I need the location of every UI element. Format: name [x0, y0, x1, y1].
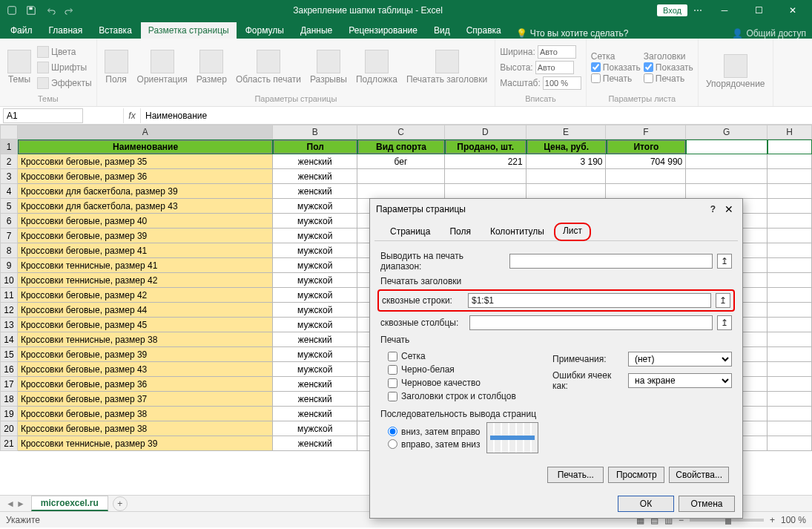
cell[interactable]: [768, 169, 812, 184]
cell[interactable]: мужской: [273, 243, 357, 258]
margins-button[interactable]: Поля: [102, 43, 131, 92]
cell[interactable]: [686, 184, 768, 199]
cell[interactable]: мужской: [273, 258, 357, 273]
redo-icon[interactable]: [61, 2, 79, 19]
cell[interactable]: женский: [273, 154, 357, 169]
cell[interactable]: [768, 392, 812, 407]
row-header[interactable]: 2: [0, 154, 18, 169]
cell[interactable]: мужской: [273, 421, 357, 436]
fx-button[interactable]: fx: [123, 108, 141, 123]
cell[interactable]: мужской: [273, 362, 357, 377]
cell[interactable]: женский: [273, 407, 357, 421]
cell[interactable]: мужской: [273, 199, 357, 214]
row-header[interactable]: 19: [0, 407, 18, 421]
close-button[interactable]: ✕: [776, 0, 809, 21]
cell[interactable]: [445, 184, 527, 199]
colors-button[interactable]: Цвета: [37, 45, 92, 59]
dialog-tab-page[interactable]: Страница: [380, 223, 440, 240]
cell[interactable]: [768, 377, 812, 392]
headings-print-check[interactable]: Печать: [644, 73, 693, 84]
cell[interactable]: [768, 154, 812, 169]
print-range-input[interactable]: [509, 254, 713, 269]
tab-pagelayout[interactable]: Разметка страницы: [141, 22, 237, 39]
col-header[interactable]: D: [445, 125, 527, 139]
row-header[interactable]: 10: [0, 273, 18, 288]
background-button[interactable]: Подложка: [353, 43, 400, 92]
cell[interactable]: женский: [273, 169, 357, 184]
cell[interactable]: Кроссовки беговые, размер 36: [18, 377, 273, 392]
cell[interactable]: Кроссовки беговые, размер 43: [18, 362, 273, 377]
cell[interactable]: Пол: [273, 139, 357, 154]
maximize-button[interactable]: ☐: [742, 0, 775, 21]
arrange-button[interactable]: Упорядочение: [703, 47, 768, 96]
rowcol-check[interactable]: Заголовки строк и столбцов: [388, 391, 538, 401]
errors-select[interactable]: на экране: [628, 373, 732, 388]
cell[interactable]: Кроссовки беговые, размер 39: [18, 347, 273, 362]
order-over-radio[interactable]: вправо, затем вниз: [388, 439, 481, 450]
ok-button[interactable]: ОК: [618, 496, 674, 512]
undo-icon[interactable]: [42, 2, 59, 19]
tab-formulas[interactable]: Формулы: [238, 22, 291, 39]
cell[interactable]: [768, 139, 812, 154]
cell[interactable]: Вид спорта: [357, 139, 445, 154]
printarea-button[interactable]: Область печати: [233, 43, 304, 92]
row-header[interactable]: 3: [0, 169, 18, 184]
grid-show-check[interactable]: Показать: [591, 62, 641, 73]
row-header[interactable]: 8: [0, 243, 18, 258]
ribbon-options-icon[interactable]: ⋯: [689, 2, 707, 19]
login-button[interactable]: Вход: [657, 4, 687, 16]
row-header[interactable]: 6: [0, 214, 18, 229]
cell[interactable]: мужской: [273, 288, 357, 303]
headings-show-check[interactable]: Показать: [644, 62, 693, 73]
cell[interactable]: Кроссовки беговые, размер 44: [18, 303, 273, 318]
cell[interactable]: Кроссовки теннисные, размер 41: [18, 258, 273, 273]
dialog-tab-margins[interactable]: Поля: [440, 223, 481, 240]
cell[interactable]: [768, 347, 812, 362]
cell[interactable]: [768, 288, 812, 303]
cell[interactable]: [768, 199, 812, 214]
draft-check[interactable]: Черновое качество: [388, 378, 538, 388]
dialog-close-icon[interactable]: ✕: [722, 203, 736, 215]
bw-check[interactable]: Черно-белая: [388, 364, 538, 375]
cell[interactable]: [357, 169, 445, 184]
dialog-tab-headerfooter[interactable]: Колонтитулы: [481, 223, 554, 240]
cell[interactable]: мужской: [273, 229, 357, 243]
cell[interactable]: Кроссовки беговые, размер 35: [18, 154, 273, 169]
cell[interactable]: женский: [273, 184, 357, 199]
cell[interactable]: мужской: [273, 214, 357, 229]
row-header[interactable]: 5: [0, 199, 18, 214]
cell[interactable]: [768, 273, 812, 288]
cell[interactable]: Кроссовки беговые, размер 42: [18, 288, 273, 303]
cell[interactable]: [768, 436, 812, 451]
formula-input[interactable]: Наименование: [141, 108, 812, 123]
cell[interactable]: Кроссовки для баскетбола, размер 39: [18, 184, 273, 199]
print-button[interactable]: Печать...: [547, 467, 604, 483]
cell[interactable]: Наименование: [18, 139, 273, 154]
cell[interactable]: Итого: [607, 139, 687, 154]
cell[interactable]: [686, 139, 768, 154]
cell[interactable]: [768, 303, 812, 318]
col-header[interactable]: A: [18, 125, 273, 139]
cell[interactable]: [768, 407, 812, 421]
row-header[interactable]: 20: [0, 421, 18, 436]
name-box[interactable]: A1: [3, 108, 83, 123]
row-header[interactable]: 11: [0, 288, 18, 303]
cell[interactable]: Кроссовки беговые, размер 40: [18, 214, 273, 229]
fonts-button[interactable]: Шрифты: [37, 60, 92, 75]
cell[interactable]: женский: [273, 392, 357, 407]
width-select[interactable]: [538, 45, 576, 59]
cell[interactable]: Кроссовки беговые, размер 41: [18, 243, 273, 258]
cell[interactable]: мужской: [273, 273, 357, 288]
col-header[interactable]: H: [768, 125, 812, 139]
cell[interactable]: [445, 169, 527, 184]
cell[interactable]: [357, 184, 445, 199]
scale-input[interactable]: [543, 76, 581, 90]
cell[interactable]: [527, 169, 607, 184]
col-header[interactable]: G: [686, 125, 768, 139]
row-header[interactable]: 16: [0, 362, 18, 377]
cell[interactable]: мужской: [273, 303, 357, 318]
cell[interactable]: Кроссовки беговые, размер 39: [18, 229, 273, 243]
tell-me-search[interactable]: 💡Что вы хотите сделать?: [516, 28, 629, 39]
tab-data[interactable]: Данные: [293, 22, 340, 39]
order-down-radio[interactable]: вниз, затем вправо: [388, 427, 481, 437]
